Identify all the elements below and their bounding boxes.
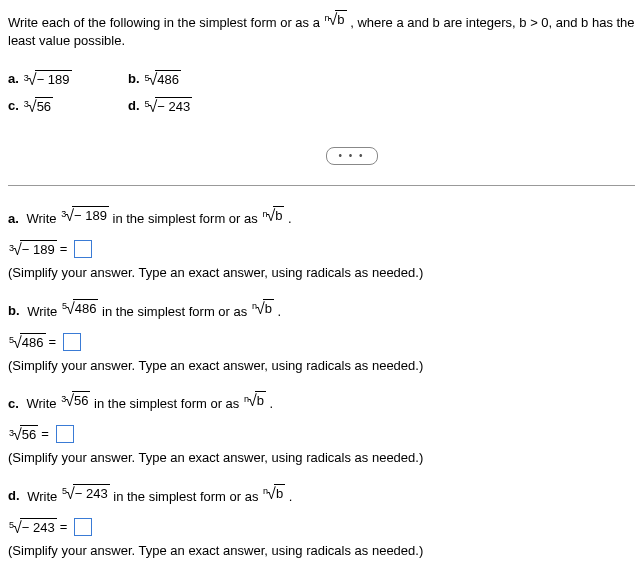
part-d-note: (Simplify your answer. Type an exact ans… — [8, 542, 635, 560]
part-d-letter: d. — [8, 488, 20, 503]
part-c-equation: 3√56 = — [8, 423, 635, 445]
part-d-radicand: − 243 — [73, 484, 110, 503]
part-d-prompt: d. Write 5√− 243 in the simplest form or… — [8, 482, 635, 506]
part-b-answer-input[interactable] — [63, 333, 81, 351]
instruction-radicand: b — [335, 10, 346, 29]
problem-c-radicand: 56 — [35, 97, 53, 116]
part-b-radical: 5√486 — [61, 297, 99, 319]
part-b-mid: in the simplest form or as — [102, 303, 247, 318]
part-c-prompt: c. Write 3√56 in the simplest form or as… — [8, 389, 635, 413]
part-d-nradicand: b — [274, 484, 285, 503]
part-a-period: . — [288, 211, 292, 226]
part-a-letter: a. — [8, 211, 19, 226]
part-c-period: . — [270, 396, 274, 411]
part-c-eq-radical: 3√56 — [8, 423, 38, 445]
part-c-radicand: 56 — [72, 391, 90, 410]
problem-b: b. 5√486 — [128, 68, 248, 90]
part-b-period: . — [278, 303, 282, 318]
part-a-prompt: a. Write 3√− 189 in the simplest form or… — [8, 204, 635, 228]
part-b-equation: 5√486 = — [8, 331, 635, 353]
part-c-mid: in the simplest form or as — [94, 396, 239, 411]
more-button[interactable]: • • • — [326, 147, 378, 165]
part-b-eq-radical: 5√486 — [8, 331, 46, 353]
instruction-text: Write each of the following in the simpl… — [8, 8, 635, 50]
part-d-mid: in the simplest form or as — [113, 488, 258, 503]
problem-c-radical: 3√56 — [23, 95, 53, 117]
part-a-equals: = — [60, 240, 68, 258]
problem-d-radicand: − 243 — [155, 97, 192, 116]
part-a-radical: 3√− 189 — [60, 204, 109, 226]
part-c-equals: = — [41, 425, 49, 443]
part-a-eq-radicand: − 189 — [20, 240, 57, 259]
instruction-radical: n√b — [324, 8, 347, 30]
part-b-note: (Simplify your answer. Type an exact ans… — [8, 357, 635, 375]
part-c-nroot: n√b — [243, 389, 266, 411]
part-b-letter: b. — [8, 303, 20, 318]
part-d-radical: 5√− 243 — [61, 482, 110, 504]
part-a-word: Write — [26, 211, 56, 226]
part-d-period: . — [289, 488, 293, 503]
part-a-note: (Simplify your answer. Type an exact ans… — [8, 264, 635, 282]
divider — [8, 185, 635, 186]
problem-a-radical: 3√− 189 — [23, 68, 72, 90]
problem-grid: a. 3√− 189 b. 5√486 c. 3√56 d. 5√− 243 — [8, 68, 635, 117]
part-c-note: (Simplify your answer. Type an exact ans… — [8, 449, 635, 467]
problem-a-letter: a. — [8, 70, 19, 88]
problem-a: a. 3√− 189 — [8, 68, 128, 90]
part-a-equation: 3√− 189 = — [8, 238, 635, 260]
problem-d-radical: 5√− 243 — [144, 95, 193, 117]
part-b-radicand: 486 — [73, 299, 99, 318]
part-d-equation: 5√− 243 = — [8, 516, 635, 538]
problem-d-letter: d. — [128, 97, 140, 115]
part-b-nroot: n√b — [251, 297, 274, 319]
problem-a-radicand: − 189 — [35, 70, 72, 89]
part-c-radical: 3√56 — [60, 389, 90, 411]
problem-d: d. 5√− 243 — [128, 95, 248, 117]
part-a-nradicand: b — [273, 206, 284, 225]
problem-b-radical: 5√486 — [144, 68, 182, 90]
part-d-eq-radicand: − 243 — [20, 518, 57, 537]
part-b: b. Write 5√486 in the simplest form or a… — [8, 297, 635, 376]
part-b-prompt: b. Write 5√486 in the simplest form or a… — [8, 297, 635, 321]
part-c-word: Write — [26, 396, 56, 411]
part-a-radicand: − 189 — [72, 206, 109, 225]
part-b-word: Write — [27, 303, 57, 318]
part-d: d. Write 5√− 243 in the simplest form or… — [8, 482, 635, 561]
part-d-eq-radical: 5√− 243 — [8, 516, 57, 538]
problem-c: c. 3√56 — [8, 95, 128, 117]
problem-c-letter: c. — [8, 97, 19, 115]
ellipsis-icon: • • • — [338, 149, 364, 163]
part-b-equals: = — [49, 333, 57, 351]
part-d-equals: = — [60, 518, 68, 536]
instruction-pre: Write each of the following in the simpl… — [8, 15, 320, 30]
problem-b-letter: b. — [128, 70, 140, 88]
part-a-answer-input[interactable] — [74, 240, 92, 258]
part-a-nroot: n√b — [261, 204, 284, 226]
part-a-eq-radical: 3√− 189 — [8, 238, 57, 260]
part-b-eq-radicand: 486 — [20, 333, 46, 352]
part-a: a. Write 3√− 189 in the simplest form or… — [8, 204, 635, 283]
part-c-letter: c. — [8, 396, 19, 411]
part-c-eq-radicand: 56 — [20, 425, 38, 444]
part-d-answer-input[interactable] — [74, 518, 92, 536]
part-d-word: Write — [27, 488, 57, 503]
part-b-nradicand: b — [263, 299, 274, 318]
problem-b-radicand: 486 — [155, 70, 181, 89]
part-c-nradicand: b — [255, 391, 266, 410]
part-c-answer-input[interactable] — [56, 425, 74, 443]
part-c: c. Write 3√56 in the simplest form or as… — [8, 389, 635, 468]
part-a-mid: in the simplest form or as — [113, 211, 258, 226]
part-d-nroot: n√b — [262, 482, 285, 504]
